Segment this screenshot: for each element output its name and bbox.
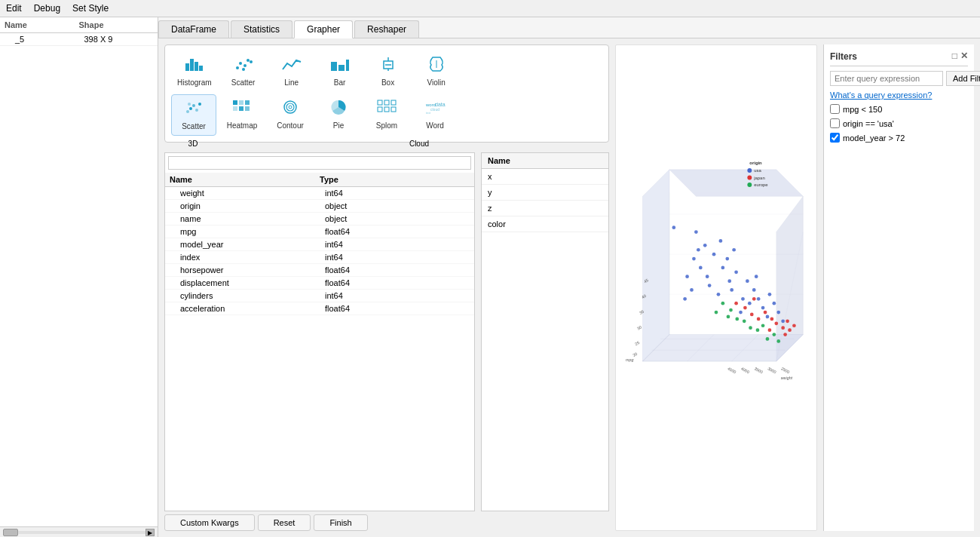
var-row-6[interactable]: horsepower float64: [165, 264, 474, 277]
svg-point-18: [186, 110, 189, 113]
filter-minimize-icon[interactable]: □: [952, 51, 957, 61]
axis-color[interactable]: color: [482, 216, 608, 232]
chart-btn-histogram[interactable]: Histogram: [171, 51, 218, 91]
svg-text:25: 25: [634, 340, 640, 346]
query-expression-link[interactable]: What's a query expression?: [830, 91, 968, 100]
svg-point-112: [756, 328, 760, 332]
bottom-buttons: Custom Kwargs Reset Finish: [164, 511, 609, 531]
chart-label-violin: Violin: [427, 78, 445, 87]
svg-text:4000: 4000: [740, 366, 750, 374]
menu-edit[interactable]: Edit: [6, 3, 22, 14]
svg-point-84: [685, 275, 689, 278]
axis-header: Name: [482, 153, 608, 169]
axis-z[interactable]: z: [482, 201, 608, 216]
chart-btn-box[interactable]: Box: [366, 51, 411, 91]
svg-point-99: [781, 326, 785, 330]
tab-dataframe[interactable]: DataFrame: [158, 20, 229, 38]
chart-row-1: Histogram Scatter: [171, 51, 602, 91]
chart-btn-bar[interactable]: Bar: [317, 51, 363, 91]
chart-label-histogram: Histogram: [177, 78, 212, 87]
left-col-shape: Shape: [79, 20, 154, 29]
filters-label: Filters: [830, 51, 857, 62]
chart-btn-line[interactable]: Line: [269, 51, 314, 91]
var-row-9[interactable]: acceleration float64: [165, 302, 474, 315]
heatmap-icon: [231, 99, 253, 120]
svg-point-101: [788, 328, 792, 332]
svg-text:usa: usa: [754, 168, 761, 173]
chart-btn-heatmap[interactable]: Heatmap: [219, 94, 265, 136]
chart-btn-scatter[interactable]: Scatter: [221, 51, 266, 91]
menu-setstyle[interactable]: Set Style: [72, 3, 109, 14]
axis-y[interactable]: y: [482, 185, 608, 201]
left-panel-row[interactable]: _5 398 X 9: [0, 33, 158, 46]
svg-point-102: [792, 324, 796, 327]
var-row-3[interactable]: mpg float64: [165, 226, 474, 238]
chart-btn-wordcloud[interactable]: wordcloudtextdata Word: [412, 94, 458, 136]
filter-checkbox-2[interactable]: [830, 133, 840, 143]
svg-rect-27: [233, 106, 237, 111]
svg-marker-46: [642, 335, 803, 361]
chart-label-scatter3d-1: Scatter: [182, 122, 206, 130]
svg-text:origin: origin: [749, 161, 762, 165]
add-filter-button[interactable]: Add Filter: [946, 71, 980, 86]
filter-controls: Add Filter: [830, 71, 968, 86]
svg-point-89: [768, 293, 772, 296]
chart-label-contour: Contour: [277, 121, 304, 130]
svg-point-72: [730, 288, 733, 292]
chart-btn-pie[interactable]: Pie: [316, 94, 361, 136]
svg-text:mpg: mpg: [626, 357, 633, 362]
filter-input[interactable]: [830, 71, 943, 86]
var-row-7[interactable]: displacement float64: [165, 277, 474, 290]
tab-grapher[interactable]: Grapher: [294, 20, 353, 38]
svg-rect-37: [384, 107, 389, 112]
tab-statistics[interactable]: Statistics: [231, 20, 292, 38]
var-row-8[interactable]: cylinders int64: [165, 290, 474, 302]
svg-rect-36: [378, 107, 382, 112]
svg-point-114: [772, 333, 776, 336]
reset-button[interactable]: Reset: [258, 514, 311, 531]
svg-point-23: [188, 103, 191, 106]
filter-checkbox-1[interactable]: [830, 118, 840, 128]
var-row-2[interactable]: name object: [165, 213, 474, 226]
chart-btn-violin[interactable]: Violin: [414, 51, 459, 91]
filter-close-icon[interactable]: ✕: [960, 51, 968, 61]
var-row-0[interactable]: weight int64: [165, 187, 474, 200]
svg-point-94: [750, 313, 754, 317]
chart-btn-splom[interactable]: Splom: [364, 94, 409, 136]
custom-kwargs-button[interactable]: Custom Kwargs: [164, 514, 255, 531]
variable-search[interactable]: [168, 156, 471, 170]
svg-point-65: [712, 253, 716, 256]
filters-title: Filters □ ✕: [830, 51, 968, 66]
chart-btn-contour[interactable]: Contour: [268, 94, 313, 136]
tab-reshaper[interactable]: Reshaper: [354, 20, 419, 38]
svg-text:text: text: [426, 111, 431, 115]
svg-text:weight: weight: [781, 376, 793, 380]
svg-point-110: [743, 319, 746, 323]
svg-point-106: [783, 333, 787, 336]
var-row-4[interactable]: model_year int64: [165, 238, 474, 251]
filter-label-1: origin == 'usa': [843, 119, 894, 128]
filters-panel: Filters □ ✕ Add Filter What's a query ex…: [823, 44, 974, 531]
chart-btn-scatter3d[interactable]: Scatter: [171, 94, 216, 136]
filter-checkbox-0[interactable]: [830, 104, 840, 114]
svg-text:japan: japan: [753, 176, 764, 180]
box-icon: [378, 56, 399, 77]
axis-x[interactable]: x: [482, 169, 608, 185]
svg-point-135: [747, 176, 752, 180]
menu-debug[interactable]: Debug: [34, 3, 60, 14]
svg-rect-34: [384, 100, 389, 105]
scatter-icon: [233, 56, 254, 77]
horizontal-scrollbar[interactable]: ▶: [0, 526, 158, 537]
finish-button[interactable]: Finish: [314, 514, 367, 531]
filter-item-1: origin == 'usa': [830, 118, 968, 128]
left-panel-header: Name Shape: [0, 17, 158, 33]
svg-rect-1: [190, 59, 194, 71]
wordcloud-icon: wordcloudtextdata: [424, 99, 446, 120]
line-icon: [281, 56, 302, 77]
filter-label-0: mpg < 150: [843, 105, 882, 114]
svg-point-116: [776, 339, 780, 343]
svg-rect-38: [391, 107, 396, 112]
var-row-1[interactable]: origin object: [165, 200, 474, 213]
svg-rect-33: [378, 100, 382, 105]
var-row-5[interactable]: index int64: [165, 251, 474, 264]
